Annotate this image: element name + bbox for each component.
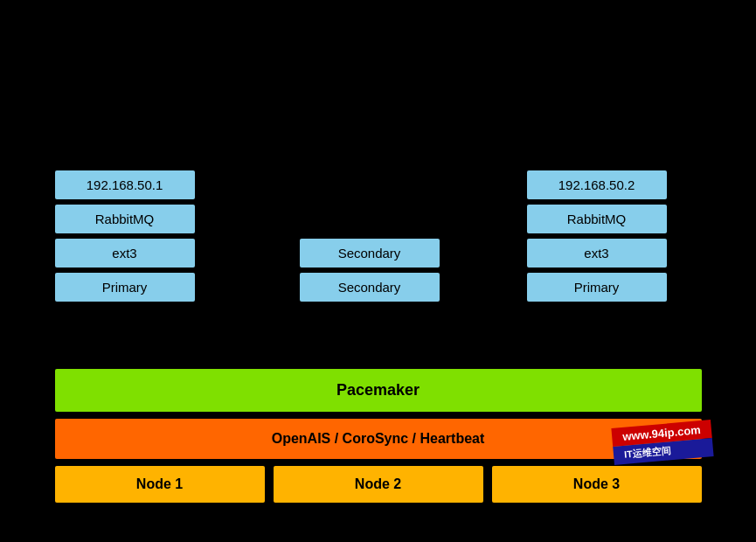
- watermark: www.94ip.com IT运维空间: [613, 424, 712, 461]
- primary-left: Primary: [55, 273, 195, 302]
- pacemaker-bar: Pacemaker: [55, 369, 702, 412]
- ext3-right: ext3: [527, 239, 667, 268]
- diagram-container: 192.168.50.1 RabbitMQ ext3 Primary Secon…: [55, 39, 702, 503]
- ip-left: 192.168.50.1: [55, 170, 195, 199]
- primary-right: Primary: [527, 273, 667, 302]
- node-3: Node 3: [492, 466, 702, 503]
- node-right-column: 192.168.50.2 RabbitMQ ext3 Primary: [527, 170, 702, 302]
- top-section: 192.168.50.1 RabbitMQ ext3 Primary Secon…: [55, 39, 702, 302]
- node-1: Node 1: [55, 466, 265, 503]
- bottom-section: Pacemaker OpenAIS / CoroSync / Heartbeat…: [55, 369, 702, 503]
- node-middle-column: Secondary Secondary: [300, 239, 457, 302]
- nodes-row: Node 1 Node 2 Node 3: [55, 466, 702, 503]
- secondary-bottom: Secondary: [300, 273, 440, 302]
- node-2: Node 2: [274, 466, 483, 503]
- ip-right: 192.168.50.2: [527, 170, 667, 199]
- rabbitmq-left: RabbitMQ: [55, 205, 195, 233]
- rabbitmq-right: RabbitMQ: [527, 205, 667, 233]
- node-left-column: 192.168.50.1 RabbitMQ ext3 Primary: [55, 170, 230, 302]
- secondary-top: Secondary: [300, 239, 440, 268]
- ext3-left: ext3: [55, 239, 195, 268]
- openais-bar: OpenAIS / CoroSync / Heartbeat: [55, 419, 702, 459]
